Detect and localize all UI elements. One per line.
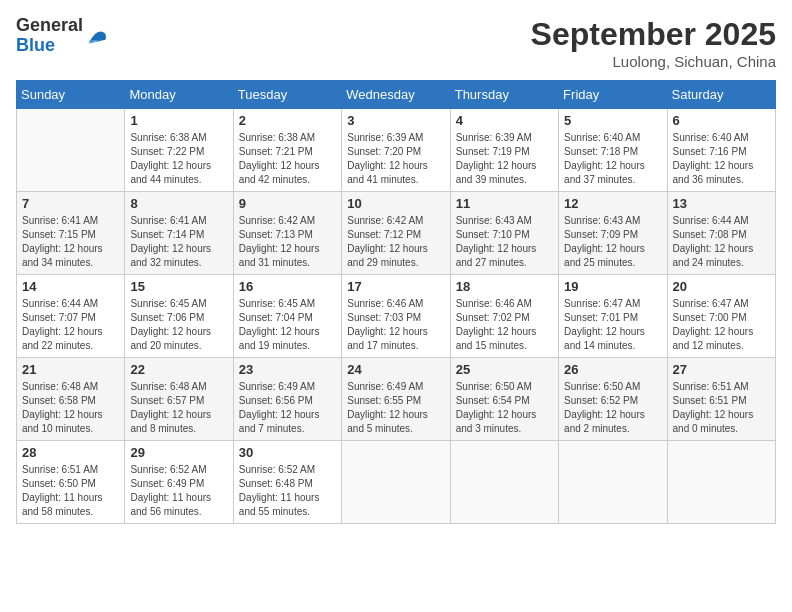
- logo-blue-text: Blue: [16, 35, 55, 55]
- calendar-cell: [17, 109, 125, 192]
- day-number: 1: [130, 113, 227, 128]
- logo: General Blue: [16, 16, 107, 56]
- day-number: 25: [456, 362, 553, 377]
- day-number: 4: [456, 113, 553, 128]
- day-number: 7: [22, 196, 119, 211]
- calendar-cell: 6Sunrise: 6:40 AM Sunset: 7:16 PM Daylig…: [667, 109, 775, 192]
- day-number: 9: [239, 196, 336, 211]
- day-info: Sunrise: 6:39 AM Sunset: 7:20 PM Dayligh…: [347, 131, 444, 187]
- month-title: September 2025: [531, 16, 776, 53]
- day-info: Sunrise: 6:41 AM Sunset: 7:14 PM Dayligh…: [130, 214, 227, 270]
- calendar-cell: 29Sunrise: 6:52 AM Sunset: 6:49 PM Dayli…: [125, 441, 233, 524]
- calendar-cell: 9Sunrise: 6:42 AM Sunset: 7:13 PM Daylig…: [233, 192, 341, 275]
- day-info: Sunrise: 6:51 AM Sunset: 6:51 PM Dayligh…: [673, 380, 770, 436]
- calendar-cell: 24Sunrise: 6:49 AM Sunset: 6:55 PM Dayli…: [342, 358, 450, 441]
- day-number: 23: [239, 362, 336, 377]
- col-header-sunday: Sunday: [17, 81, 125, 109]
- day-number: 15: [130, 279, 227, 294]
- day-info: Sunrise: 6:38 AM Sunset: 7:22 PM Dayligh…: [130, 131, 227, 187]
- day-info: Sunrise: 6:51 AM Sunset: 6:50 PM Dayligh…: [22, 463, 119, 519]
- calendar-cell: 5Sunrise: 6:40 AM Sunset: 7:18 PM Daylig…: [559, 109, 667, 192]
- calendar-cell: 23Sunrise: 6:49 AM Sunset: 6:56 PM Dayli…: [233, 358, 341, 441]
- day-info: Sunrise: 6:48 AM Sunset: 6:58 PM Dayligh…: [22, 380, 119, 436]
- calendar-cell: [667, 441, 775, 524]
- day-number: 27: [673, 362, 770, 377]
- calendar-cell: 2Sunrise: 6:38 AM Sunset: 7:21 PM Daylig…: [233, 109, 341, 192]
- calendar-cell: 15Sunrise: 6:45 AM Sunset: 7:06 PM Dayli…: [125, 275, 233, 358]
- page-header: General Blue September 2025 Luolong, Sic…: [16, 16, 776, 70]
- calendar-cell: 1Sunrise: 6:38 AM Sunset: 7:22 PM Daylig…: [125, 109, 233, 192]
- day-number: 19: [564, 279, 661, 294]
- day-number: 5: [564, 113, 661, 128]
- calendar-cell: 25Sunrise: 6:50 AM Sunset: 6:54 PM Dayli…: [450, 358, 558, 441]
- day-number: 20: [673, 279, 770, 294]
- day-number: 11: [456, 196, 553, 211]
- day-info: Sunrise: 6:38 AM Sunset: 7:21 PM Dayligh…: [239, 131, 336, 187]
- day-info: Sunrise: 6:49 AM Sunset: 6:55 PM Dayligh…: [347, 380, 444, 436]
- day-number: 26: [564, 362, 661, 377]
- week-row-5: 28Sunrise: 6:51 AM Sunset: 6:50 PM Dayli…: [17, 441, 776, 524]
- day-number: 28: [22, 445, 119, 460]
- day-info: Sunrise: 6:45 AM Sunset: 7:06 PM Dayligh…: [130, 297, 227, 353]
- calendar-cell: 20Sunrise: 6:47 AM Sunset: 7:00 PM Dayli…: [667, 275, 775, 358]
- day-info: Sunrise: 6:49 AM Sunset: 6:56 PM Dayligh…: [239, 380, 336, 436]
- day-info: Sunrise: 6:42 AM Sunset: 7:13 PM Dayligh…: [239, 214, 336, 270]
- day-info: Sunrise: 6:44 AM Sunset: 7:07 PM Dayligh…: [22, 297, 119, 353]
- calendar-cell: 16Sunrise: 6:45 AM Sunset: 7:04 PM Dayli…: [233, 275, 341, 358]
- day-number: 30: [239, 445, 336, 460]
- col-header-friday: Friday: [559, 81, 667, 109]
- week-row-4: 21Sunrise: 6:48 AM Sunset: 6:58 PM Dayli…: [17, 358, 776, 441]
- day-info: Sunrise: 6:52 AM Sunset: 6:48 PM Dayligh…: [239, 463, 336, 519]
- title-block: September 2025 Luolong, Sichuan, China: [531, 16, 776, 70]
- day-info: Sunrise: 6:50 AM Sunset: 6:54 PM Dayligh…: [456, 380, 553, 436]
- logo-general-text: General: [16, 15, 83, 35]
- day-number: 2: [239, 113, 336, 128]
- day-number: 16: [239, 279, 336, 294]
- header-row: SundayMondayTuesdayWednesdayThursdayFrid…: [17, 81, 776, 109]
- day-number: 18: [456, 279, 553, 294]
- calendar-cell: 18Sunrise: 6:46 AM Sunset: 7:02 PM Dayli…: [450, 275, 558, 358]
- day-info: Sunrise: 6:39 AM Sunset: 7:19 PM Dayligh…: [456, 131, 553, 187]
- day-number: 12: [564, 196, 661, 211]
- week-row-3: 14Sunrise: 6:44 AM Sunset: 7:07 PM Dayli…: [17, 275, 776, 358]
- calendar-table: SundayMondayTuesdayWednesdayThursdayFrid…: [16, 80, 776, 524]
- calendar-cell: 26Sunrise: 6:50 AM Sunset: 6:52 PM Dayli…: [559, 358, 667, 441]
- calendar-cell: [342, 441, 450, 524]
- day-info: Sunrise: 6:43 AM Sunset: 7:09 PM Dayligh…: [564, 214, 661, 270]
- calendar-cell: 12Sunrise: 6:43 AM Sunset: 7:09 PM Dayli…: [559, 192, 667, 275]
- calendar-cell: [559, 441, 667, 524]
- day-number: 14: [22, 279, 119, 294]
- day-info: Sunrise: 6:47 AM Sunset: 7:01 PM Dayligh…: [564, 297, 661, 353]
- col-header-monday: Monday: [125, 81, 233, 109]
- calendar-cell: 21Sunrise: 6:48 AM Sunset: 6:58 PM Dayli…: [17, 358, 125, 441]
- calendar-cell: 13Sunrise: 6:44 AM Sunset: 7:08 PM Dayli…: [667, 192, 775, 275]
- col-header-wednesday: Wednesday: [342, 81, 450, 109]
- day-info: Sunrise: 6:52 AM Sunset: 6:49 PM Dayligh…: [130, 463, 227, 519]
- day-info: Sunrise: 6:46 AM Sunset: 7:02 PM Dayligh…: [456, 297, 553, 353]
- col-header-saturday: Saturday: [667, 81, 775, 109]
- day-info: Sunrise: 6:47 AM Sunset: 7:00 PM Dayligh…: [673, 297, 770, 353]
- calendar-cell: 22Sunrise: 6:48 AM Sunset: 6:57 PM Dayli…: [125, 358, 233, 441]
- col-header-tuesday: Tuesday: [233, 81, 341, 109]
- location: Luolong, Sichuan, China: [531, 53, 776, 70]
- day-number: 17: [347, 279, 444, 294]
- day-info: Sunrise: 6:46 AM Sunset: 7:03 PM Dayligh…: [347, 297, 444, 353]
- day-info: Sunrise: 6:42 AM Sunset: 7:12 PM Dayligh…: [347, 214, 444, 270]
- day-info: Sunrise: 6:40 AM Sunset: 7:16 PM Dayligh…: [673, 131, 770, 187]
- week-row-1: 1Sunrise: 6:38 AM Sunset: 7:22 PM Daylig…: [17, 109, 776, 192]
- calendar-cell: [450, 441, 558, 524]
- day-info: Sunrise: 6:43 AM Sunset: 7:10 PM Dayligh…: [456, 214, 553, 270]
- calendar-cell: 14Sunrise: 6:44 AM Sunset: 7:07 PM Dayli…: [17, 275, 125, 358]
- logo-icon: [85, 25, 107, 47]
- calendar-cell: 17Sunrise: 6:46 AM Sunset: 7:03 PM Dayli…: [342, 275, 450, 358]
- day-number: 3: [347, 113, 444, 128]
- day-number: 22: [130, 362, 227, 377]
- day-number: 8: [130, 196, 227, 211]
- week-row-2: 7Sunrise: 6:41 AM Sunset: 7:15 PM Daylig…: [17, 192, 776, 275]
- day-number: 13: [673, 196, 770, 211]
- calendar-cell: 8Sunrise: 6:41 AM Sunset: 7:14 PM Daylig…: [125, 192, 233, 275]
- calendar-cell: 30Sunrise: 6:52 AM Sunset: 6:48 PM Dayli…: [233, 441, 341, 524]
- day-info: Sunrise: 6:41 AM Sunset: 7:15 PM Dayligh…: [22, 214, 119, 270]
- day-info: Sunrise: 6:44 AM Sunset: 7:08 PM Dayligh…: [673, 214, 770, 270]
- calendar-cell: 3Sunrise: 6:39 AM Sunset: 7:20 PM Daylig…: [342, 109, 450, 192]
